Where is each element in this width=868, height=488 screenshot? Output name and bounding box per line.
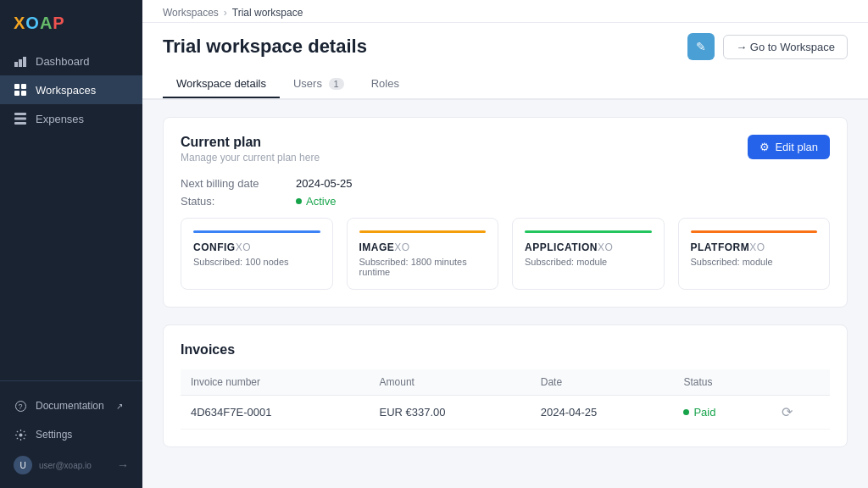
workspaces-icon <box>14 83 27 97</box>
current-plan-section: Current plan Manage your current plan he… <box>163 117 848 308</box>
chart-icon <box>14 54 27 68</box>
product-card-application: APPLICATIONXO Subscribed: module <box>512 218 665 290</box>
product-bar-config <box>193 230 320 233</box>
tabs: Workspace details Users 1 Roles <box>163 70 848 98</box>
svg-rect-8 <box>14 118 26 120</box>
tab-workspace-details[interactable]: Workspace details <box>163 70 280 98</box>
invoice-status: Paid <box>673 396 771 430</box>
svg-rect-1 <box>19 59 22 67</box>
status-label: Status: <box>181 195 282 208</box>
col-date: Date <box>531 369 674 396</box>
sidebar-item-documentation-label: Documentation <box>36 400 104 412</box>
svg-text:?: ? <box>18 402 22 411</box>
sidebar-item-workspaces-label: Workspaces <box>36 84 96 97</box>
sidebar: XOAP Dashboard Workspaces Expenses ? <box>0 0 142 488</box>
svg-rect-6 <box>21 91 26 96</box>
svg-rect-0 <box>14 62 18 67</box>
product-sub-platform: Subscribed: module <box>691 257 818 267</box>
col-status: Status <box>673 369 771 396</box>
plan-meta: Next billing date 2024-05-25 Status: Act… <box>181 177 830 208</box>
svg-rect-2 <box>23 57 26 67</box>
product-bar-application <box>525 230 652 233</box>
status-badge: Active <box>296 195 336 208</box>
table-row: 4D634F7E-0001 EUR €337.00 2024-04-25 Pai… <box>181 396 830 430</box>
product-card-platform: PLATFORMXO Subscribed: module <box>678 218 831 290</box>
logo: XOAP <box>0 0 142 43</box>
external-link-icon: ↗ <box>116 402 123 411</box>
user-name: user@xoap.io <box>39 461 92 470</box>
breadcrumb-current: Trial workspace <box>232 7 303 19</box>
breadcrumb-workspaces[interactable]: Workspaces <box>163 7 219 19</box>
edit-button[interactable]: ✎ <box>687 33 715 60</box>
col-invoice-number: Invoice number <box>181 369 370 396</box>
edit-plan-button[interactable]: ⚙ Edit plan <box>748 135 830 159</box>
invoice-download: ⟳ <box>771 396 830 430</box>
sidebar-nav: Dashboard Workspaces Expenses <box>0 43 142 380</box>
product-sub-config: Subscribed: 100 nodes <box>193 257 320 267</box>
sidebar-item-settings[interactable]: Settings <box>0 420 142 449</box>
sidebar-item-workspaces[interactable]: Workspaces <box>0 75 142 104</box>
invoice-date: 2024-04-25 <box>531 396 674 430</box>
expenses-icon <box>14 112 27 125</box>
svg-rect-9 <box>14 122 26 125</box>
goto-workspace-button[interactable]: → Go to Workspace <box>723 35 848 59</box>
docs-icon: ? <box>14 399 27 413</box>
sidebar-item-expenses[interactable]: Expenses <box>0 104 142 133</box>
user-section: U user@xoap.io → <box>0 449 142 481</box>
paid-badge: Paid <box>683 406 761 419</box>
pencil-icon: ✎ <box>696 40 706 53</box>
breadcrumb: Workspaces › Trial workspace <box>142 0 868 23</box>
product-bar-image <box>359 230 487 233</box>
billing-row: Next billing date 2024-05-25 <box>181 177 830 190</box>
section-title: Current plan <box>181 135 320 150</box>
sidebar-item-documentation[interactable]: ? Documentation ↗ <box>0 391 142 420</box>
product-card-image: IMAGEXO Subscribed: 1800 minutes runtime <box>347 218 499 290</box>
col-amount: Amount <box>370 369 531 396</box>
sidebar-item-expenses-label: Expenses <box>36 113 84 125</box>
svg-rect-7 <box>14 113 26 115</box>
invoice-number: 4D634F7E-0001 <box>181 396 370 430</box>
invoice-amount: EUR €337.00 <box>370 396 531 430</box>
breadcrumb-separator: › <box>224 7 227 19</box>
paid-dot <box>683 409 689 415</box>
tab-roles[interactable]: Roles <box>358 70 413 98</box>
logout-icon[interactable]: → <box>117 458 129 472</box>
svg-rect-4 <box>21 84 26 89</box>
settings-icon <box>14 428 27 441</box>
invoice-table: Invoice number Amount Date Status 4D634F… <box>181 369 830 430</box>
product-name-application: APPLICATIONXO <box>525 241 652 253</box>
product-name-platform: PLATFORMXO <box>691 241 818 253</box>
main-content: Workspaces › Trial workspace Trial works… <box>142 0 868 488</box>
svg-rect-3 <box>14 84 19 89</box>
avatar: U <box>14 456 32 474</box>
sidebar-item-dashboard[interactable]: Dashboard <box>0 47 142 75</box>
status-value: Active <box>306 195 336 208</box>
product-name-image: IMAGEXO <box>359 241 487 253</box>
product-bar-platform <box>691 230 818 233</box>
col-actions <box>771 369 830 396</box>
svg-rect-5 <box>14 91 19 96</box>
products-grid: CONFIGXO Subscribed: 100 nodes IMAGEXO S… <box>181 218 830 290</box>
page-header: Trial workspace details ✎ → Go to Worksp… <box>142 23 868 99</box>
svg-point-12 <box>19 433 22 436</box>
tab-users[interactable]: Users 1 <box>280 70 358 98</box>
header-actions: ✎ → Go to Workspace <box>687 33 848 60</box>
status-row: Status: Active <box>181 195 830 208</box>
gear-icon: ⚙ <box>760 141 770 153</box>
users-badge: 1 <box>329 78 344 90</box>
header-top: Trial workspace details ✎ → Go to Worksp… <box>163 33 848 60</box>
sidebar-item-dashboard-label: Dashboard <box>36 55 90 68</box>
section-header: Current plan Manage your current plan he… <box>181 135 830 164</box>
product-sub-application: Subscribed: module <box>525 257 652 267</box>
section-title-group: Current plan Manage your current plan he… <box>181 135 320 164</box>
status-dot <box>296 198 302 204</box>
invoices-title: Invoices <box>181 342 830 358</box>
page-title: Trial workspace details <box>163 36 367 58</box>
sidebar-item-settings-label: Settings <box>36 429 72 441</box>
product-name-config: CONFIGXO <box>193 241 320 253</box>
download-icon[interactable]: ⟳ <box>782 405 793 419</box>
billing-value: 2024-05-25 <box>296 177 353 190</box>
content-area: Current plan Manage your current plan he… <box>142 100 868 488</box>
section-subtitle: Manage your current plan here <box>181 152 320 164</box>
sidebar-bottom: ? Documentation ↗ Settings U user@xoap.i… <box>0 380 142 488</box>
